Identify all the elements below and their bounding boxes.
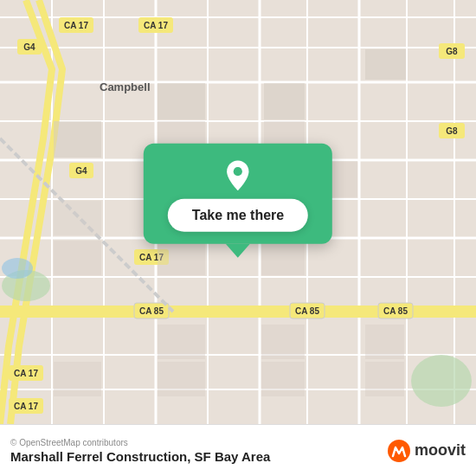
svg-text:CA 17: CA 17 <box>14 369 38 378</box>
moovit-brand-text: moovit <box>415 441 466 460</box>
svg-rect-53 <box>365 49 406 80</box>
svg-rect-52 <box>264 83 305 119</box>
svg-point-72 <box>388 440 410 462</box>
location-pin-icon <box>222 159 254 192</box>
location-name: Marshall Ferrel Construction, SF Bay Are… <box>10 449 270 464</box>
popup-arrow <box>226 244 250 258</box>
svg-text:CA 17: CA 17 <box>14 402 38 411</box>
take-me-there-button[interactable]: Take me there <box>168 199 308 232</box>
svg-text:G8: G8 <box>446 47 458 56</box>
bottom-left: © OpenStreetMap contributors Marshall Fe… <box>10 438 270 464</box>
map-container: CA 17 CA 17 G4 G4 G8 G8 CA 85 CA 85 CA 8… <box>0 0 476 424</box>
moovit-logo: moovit <box>387 439 466 463</box>
svg-text:G4: G4 <box>75 166 87 176</box>
attribution-text: © OpenStreetMap contributors <box>10 438 270 447</box>
popup-overlay: Take me there <box>144 144 332 258</box>
svg-point-71 <box>234 167 242 176</box>
svg-text:G8: G8 <box>446 126 458 136</box>
moovit-icon <box>387 439 411 463</box>
svg-rect-62 <box>54 241 101 275</box>
svg-rect-64 <box>158 325 205 359</box>
svg-rect-66 <box>365 325 404 359</box>
svg-point-49 <box>411 355 472 407</box>
green-card: Take me there <box>144 144 332 244</box>
svg-text:G4: G4 <box>23 42 35 52</box>
svg-text:CA 85: CA 85 <box>295 306 319 316</box>
svg-rect-68 <box>261 362 305 396</box>
svg-rect-51 <box>158 83 205 119</box>
svg-rect-63 <box>54 201 101 235</box>
svg-rect-50 <box>54 121 101 158</box>
svg-rect-69 <box>365 362 404 396</box>
svg-text:Campbell: Campbell <box>100 80 151 93</box>
svg-point-48 <box>2 258 33 279</box>
svg-rect-70 <box>54 362 101 396</box>
svg-text:CA 17: CA 17 <box>144 21 168 30</box>
svg-text:CA 85: CA 85 <box>383 306 408 316</box>
svg-text:CA 17: CA 17 <box>64 21 88 30</box>
svg-rect-65 <box>261 325 305 359</box>
svg-text:CA 85: CA 85 <box>139 306 164 316</box>
bottom-bar: © OpenStreetMap contributors Marshall Fe… <box>0 424 476 476</box>
svg-rect-67 <box>158 362 205 396</box>
